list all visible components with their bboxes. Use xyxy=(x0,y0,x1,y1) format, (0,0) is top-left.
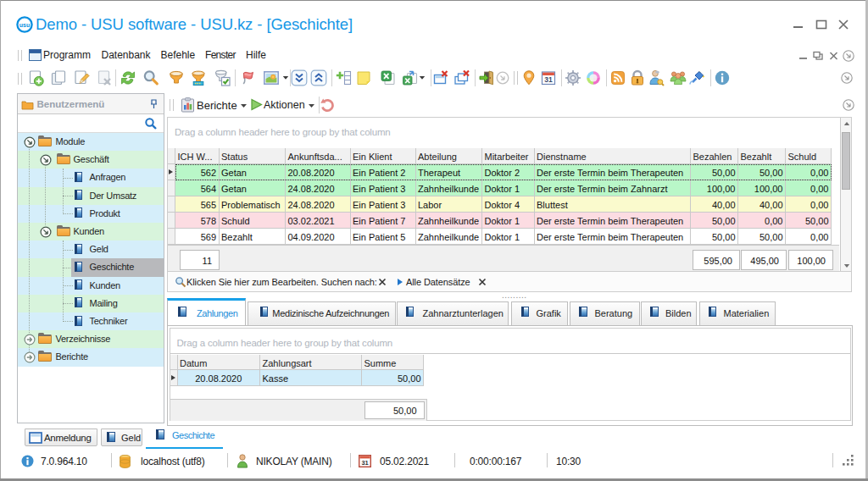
svg-text:31: 31 xyxy=(362,459,369,467)
svg-text:31: 31 xyxy=(544,75,553,84)
svg-text:usu: usu xyxy=(19,22,30,28)
